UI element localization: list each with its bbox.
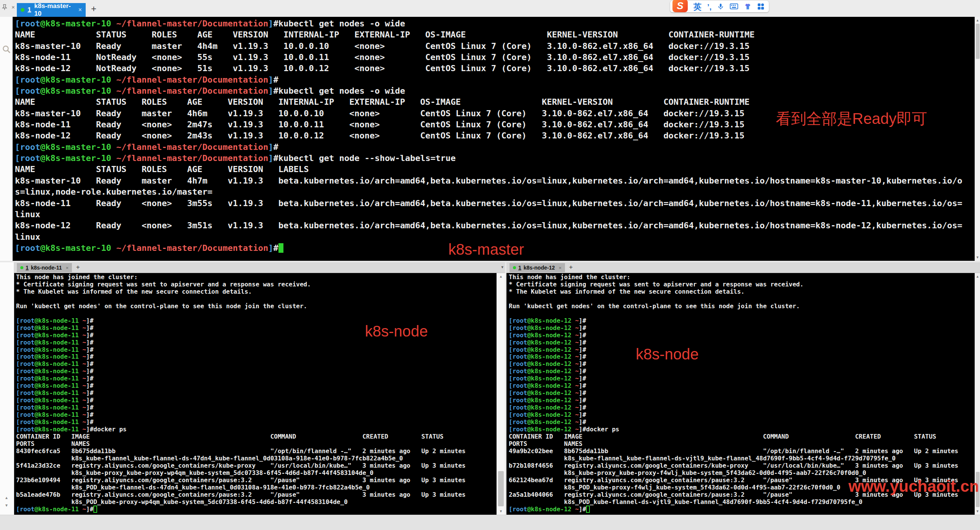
terminal-master[interactable]: [root@k8s-master-10 ~/flannel-master/Doc… <box>13 17 975 261</box>
new-tab-button[interactable]: + <box>569 263 573 271</box>
session-connected-dot <box>21 8 24 12</box>
scroll-up-icon[interactable]: ▲ <box>497 274 505 279</box>
annotation-ready-note: 看到全部是Ready即可 <box>776 108 927 129</box>
tab-number: 1 <box>518 265 521 271</box>
tab-overflow-icon[interactable]: ▾ <box>501 265 503 270</box>
tab-close-icon[interactable]: × <box>559 265 562 271</box>
keyboard-icon[interactable] <box>730 3 738 10</box>
tab-title: k8s-master-10 <box>34 2 75 18</box>
panel-close-icon[interactable]: × <box>11 4 15 10</box>
left-gutter-top <box>0 17 13 261</box>
scroll-down-icon[interactable]: ▼ <box>975 255 980 260</box>
tab-title: k8s-node-12 <box>524 265 555 271</box>
ime-language-toggle[interactable]: 英 <box>693 3 702 11</box>
scroll-up-icon[interactable]: ▲ <box>975 18 980 23</box>
annotation-master-label: k8s-master <box>448 241 524 258</box>
tab-k8s-node-12[interactable]: 1 k8s-node-12 × <box>510 263 565 272</box>
skin-icon[interactable] <box>744 2 752 11</box>
search-magnifier-icon[interactable] <box>2 45 11 54</box>
tab-close-icon[interactable]: × <box>78 7 82 13</box>
bottom-strip <box>0 515 980 530</box>
scroll-down-icon[interactable]: ▼ <box>1 503 12 507</box>
tab-number: 1 <box>28 6 31 14</box>
panel-controls: × <box>2 4 15 10</box>
scrollbar-thumb[interactable] <box>976 24 980 59</box>
session-connected-dot <box>513 266 516 269</box>
tab-k8s-node-11[interactable]: 1 k8s-node-11 × <box>17 263 72 272</box>
tab-bar-node-11: 1 k8s-node-11 × + ▾ <box>14 262 505 273</box>
scroll-down-icon[interactable]: ▼ <box>975 509 980 514</box>
toolbox-grid-icon[interactable] <box>757 3 764 10</box>
tab-close-icon[interactable]: × <box>66 265 69 271</box>
scrollbar-thumb[interactable] <box>498 471 504 506</box>
sogou-logo-icon[interactable]: S <box>672 0 688 12</box>
new-tab-button[interactable]: + <box>89 3 99 14</box>
main-tab-bar: × 1 k8s-master-10 × + S 英 ’, <box>0 0 980 17</box>
xshell-app: × 1 k8s-master-10 × + S 英 ’, <box>0 0 980 530</box>
scrollbar-master[interactable]: ▲ ▼ <box>975 17 980 261</box>
new-tab-button[interactable]: + <box>76 263 80 271</box>
tab-k8s-master-10[interactable]: 1 k8s-master-10 × <box>17 3 86 17</box>
annotation-node-label-left: k8s-node <box>365 323 428 340</box>
tab-number: 1 <box>26 265 29 271</box>
left-gutter-bottom: ▲ ▼ <box>0 262 14 515</box>
terminal-node-11[interactable]: This node has joined the cluster:* Certi… <box>14 273 497 515</box>
mic-icon[interactable] <box>717 2 724 11</box>
pin-icon[interactable] <box>2 4 8 10</box>
tab-bar-node-12: 1 k8s-node-12 × + <box>506 262 980 273</box>
scroll-up-icon[interactable]: ▲ <box>1 496 12 500</box>
session-connected-dot <box>20 266 23 269</box>
ime-punctuation-icon[interactable]: ’, <box>707 3 712 11</box>
scroll-up-icon[interactable]: ▲ <box>975 274 980 279</box>
scrollbar-node-11[interactable]: ▲ ▼ <box>497 273 505 515</box>
tab-title: k8s-node-11 <box>31 265 62 271</box>
annotation-watermark: www.yuchaoit.cn <box>848 477 979 496</box>
ime-toolbar: S 英 ’, <box>670 1 769 12</box>
annotation-node-label-right: k8s-node <box>636 346 699 363</box>
scroll-down-icon[interactable]: ▼ <box>497 509 505 514</box>
